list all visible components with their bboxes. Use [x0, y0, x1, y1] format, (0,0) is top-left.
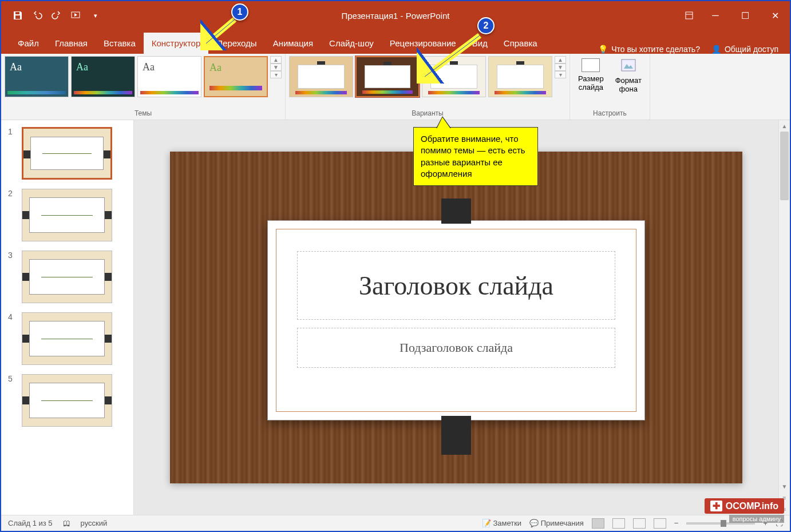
- language-indicator[interactable]: русский: [81, 519, 108, 527]
- watermark-sub: вопросы админу: [729, 515, 784, 523]
- tab-animations[interactable]: Анимация: [265, 33, 321, 54]
- subtitle-placeholder[interactable]: Подзаголовок слайда: [297, 328, 615, 368]
- scroll-up-icon[interactable]: ▲: [779, 120, 790, 132]
- lightbulb-icon: 💡: [598, 45, 608, 54]
- tab-help[interactable]: Справка: [496, 33, 545, 54]
- variants-gallery-more[interactable]: ▲ ▼ ▾: [555, 56, 566, 78]
- group-label-themes: Темы: [5, 108, 282, 120]
- status-bar: Слайд 1 из 5 🕮 русский 📝 Заметки 💬 Приме…: [1, 515, 790, 531]
- sorter-view-icon[interactable]: [612, 518, 625, 529]
- svg-rect-1: [686, 12, 693, 19]
- variant-thumbnail-selected[interactable]: [355, 56, 420, 97]
- group-label-variants: Варианты: [289, 108, 566, 120]
- annotation-marker-2: 2: [477, 17, 495, 34]
- group-customize: Размер слайда Формат фона Настроить: [570, 54, 650, 120]
- main-area: 1 2 3 4 5 Заголовок слайда Подзаголовок …: [1, 120, 790, 515]
- ribbon-display-icon[interactable]: [678, 1, 701, 30]
- group-themes: Aa Aa Aa Aa ▲ ▼ ▾ Темы: [1, 54, 286, 120]
- annotation-marker-1: 1: [231, 3, 248, 21]
- format-background-icon: [620, 58, 636, 74]
- ribbon-design: Aa Aa Aa Aa ▲ ▼ ▾ Темы ▲ ▼ ▾ Варианты: [1, 54, 790, 120]
- group-label-customize: Настроить: [574, 108, 646, 120]
- slide-thumbnail[interactable]: [22, 251, 112, 303]
- slide-thumbnail[interactable]: [22, 374, 112, 427]
- notes-button[interactable]: 📝 Заметки: [482, 519, 521, 527]
- gallery-expand-icon[interactable]: ▾: [555, 71, 566, 78]
- title-bar: ▾ Презентация1 - PowerPoint ─ ☐ ✕: [1, 1, 790, 30]
- slide-thumbnail[interactable]: [22, 312, 112, 365]
- slide-thumbnail-item[interactable]: 2: [8, 189, 126, 241]
- slide-thumbnail[interactable]: [22, 189, 112, 241]
- tab-file[interactable]: Файл: [10, 33, 47, 54]
- scroll-down-icon[interactable]: ▼: [779, 481, 790, 492]
- gallery-down-icon[interactable]: ▼: [555, 63, 566, 71]
- annotation-callout: Обратите внимание, что помимо темы — ест…: [413, 127, 538, 186]
- format-background-button[interactable]: Формат фона: [611, 56, 646, 96]
- ribbon-tabs: Файл Главная Вставка Конструктор Переход…: [1, 30, 790, 54]
- slideshow-view-icon[interactable]: [654, 518, 666, 529]
- slide-canvas[interactable]: Заголовок слайда Подзаголовок слайда: [170, 152, 742, 483]
- slide-thumbnail-item[interactable]: 3: [8, 251, 126, 303]
- tab-home[interactable]: Главная: [47, 33, 96, 54]
- slide-thumbnail-item[interactable]: 1: [8, 127, 126, 180]
- slide-thumbnail-item[interactable]: 4: [8, 312, 126, 365]
- slide-thumbnail-panel[interactable]: 1 2 3 4 5: [1, 120, 134, 515]
- slide-card: Заголовок слайда Подзаголовок слайда: [267, 220, 645, 420]
- tab-insert[interactable]: Вставка: [96, 33, 144, 54]
- gallery-down-icon[interactable]: ▼: [270, 63, 282, 71]
- slide-size-button[interactable]: Размер слайда: [574, 56, 608, 94]
- annotation-arrow-2: [417, 32, 485, 84]
- qat-more-icon[interactable]: ▾: [89, 9, 102, 22]
- binder-clip-top: [441, 198, 471, 224]
- share-icon: 👤: [711, 45, 721, 54]
- slide-counter[interactable]: Слайд 1 из 5: [8, 519, 53, 527]
- quick-access-toolbar: ▾: [1, 9, 102, 22]
- gallery-expand-icon[interactable]: ▾: [270, 71, 282, 78]
- comments-button[interactable]: 💬 Примечания: [529, 519, 584, 527]
- window-controls: ─ ☐ ✕: [678, 1, 790, 30]
- plus-icon: ✚: [710, 501, 722, 511]
- normal-view-icon[interactable]: [592, 518, 604, 529]
- theme-thumbnail[interactable]: Aa: [5, 56, 69, 97]
- reading-view-icon[interactable]: [633, 518, 646, 529]
- gallery-up-icon[interactable]: ▲: [270, 56, 282, 63]
- binder-clip-bottom: [441, 416, 471, 455]
- undo-icon[interactable]: [31, 9, 43, 22]
- svg-rect-2: [622, 59, 635, 71]
- tab-design[interactable]: Конструктор: [144, 33, 209, 54]
- start-from-beginning-icon[interactable]: [70, 9, 82, 22]
- theme-thumbnail[interactable]: Aa: [71, 56, 135, 97]
- tab-slideshow[interactable]: Слайд-шоу: [321, 33, 382, 54]
- watermark-logo: ✚ OCOMP.info: [705, 498, 784, 514]
- spellcheck-icon[interactable]: 🕮: [63, 519, 70, 527]
- theme-thumbnail-selected[interactable]: Aa: [204, 56, 268, 97]
- save-icon[interactable]: [11, 9, 24, 22]
- close-button[interactable]: ✕: [760, 1, 790, 30]
- share-button[interactable]: 👤 Общий доступ: [711, 45, 778, 54]
- slide-thumbnail-item[interactable]: 5: [8, 374, 126, 427]
- variant-thumbnail[interactable]: [289, 56, 353, 97]
- slide-size-icon: [582, 58, 600, 72]
- title-placeholder[interactable]: Заголовок слайда: [297, 251, 615, 320]
- theme-thumbnail[interactable]: Aa: [137, 56, 201, 97]
- gallery-up-icon[interactable]: ▲: [555, 56, 566, 63]
- redo-icon[interactable]: [50, 9, 63, 22]
- vertical-scrollbar[interactable]: ▲ ▼ ≡ ≡: [778, 120, 790, 515]
- zoom-out-icon[interactable]: −: [674, 519, 679, 527]
- slide-thumbnail[interactable]: [22, 127, 112, 180]
- tell-me-search[interactable]: 💡 Что вы хотите сделать?: [598, 45, 700, 54]
- annotation-arrow-1: [200, 16, 240, 50]
- themes-gallery-more[interactable]: ▲ ▼ ▾: [270, 56, 282, 78]
- scroll-thumb[interactable]: [780, 132, 789, 200]
- maximize-button[interactable]: ☐: [730, 1, 760, 30]
- window-title: Презентация1 - PowerPoint: [342, 11, 450, 21]
- variant-thumbnail[interactable]: [488, 56, 552, 97]
- minimize-button[interactable]: ─: [701, 1, 730, 30]
